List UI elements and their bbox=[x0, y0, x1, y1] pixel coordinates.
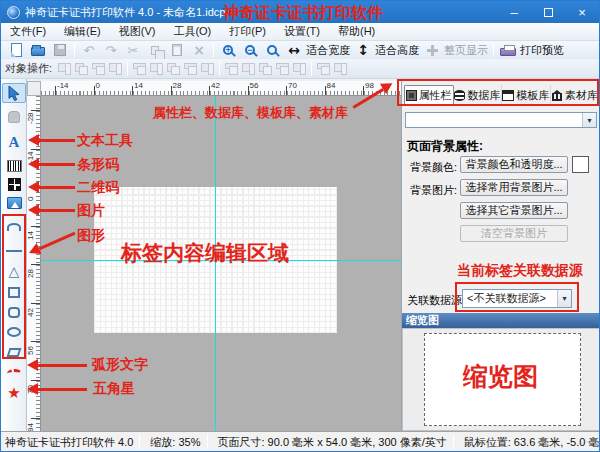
open-file-button[interactable] bbox=[27, 41, 49, 59]
menu-item-2[interactable]: 视图(V) bbox=[110, 23, 165, 40]
tab-material-library[interactable]: 素材库 bbox=[551, 85, 600, 105]
menu-item-1[interactable]: 编辑(E) bbox=[55, 23, 110, 40]
ruler-tick bbox=[248, 86, 249, 95]
fit-width-icon bbox=[285, 42, 303, 58]
line-icon bbox=[6, 250, 22, 252]
ruler-corner bbox=[27, 81, 41, 96]
rounded-rectangle-tool[interactable] bbox=[2, 302, 26, 322]
menu-item-6[interactable]: 帮助(H) bbox=[329, 23, 384, 40]
line-tool[interactable] bbox=[2, 241, 26, 261]
datasource-label: 关联数据源: bbox=[407, 293, 465, 308]
hand-icon bbox=[8, 111, 20, 123]
barcode-tool[interactable] bbox=[2, 156, 26, 176]
status-mouse-position: 鼠标位置: 63.6 毫米, -5.0 毫米 bbox=[460, 435, 600, 450]
menu-item-4[interactable]: 打印(P) bbox=[220, 23, 275, 40]
bring-to-front-icon bbox=[90, 61, 107, 76]
ellipse-tool[interactable] bbox=[2, 322, 26, 342]
bg-image-button[interactable]: 选择常用背景图片... bbox=[460, 179, 568, 196]
zoom-out-button[interactable] bbox=[239, 41, 261, 59]
object-toolbar: 对象操作: bbox=[1, 59, 599, 79]
bg-color-swatch[interactable] bbox=[572, 156, 589, 173]
arc-text-tool[interactable] bbox=[2, 363, 26, 383]
undo-button bbox=[78, 41, 100, 59]
separator bbox=[311, 62, 312, 76]
vertical-ruler: -28-140142842567084 bbox=[27, 96, 41, 431]
chevron-down-icon[interactable]: ▾ bbox=[557, 290, 571, 307]
triangle-icon: △ bbox=[9, 264, 20, 278]
full-page-button: 整页显示 bbox=[421, 41, 490, 59]
maximize-button[interactable] bbox=[531, 1, 565, 23]
ruler-tick bbox=[31, 110, 40, 111]
curve-tool[interactable] bbox=[2, 217, 26, 237]
new-file-button[interactable] bbox=[5, 41, 27, 59]
chevron-down-icon[interactable]: ▾ bbox=[582, 113, 596, 127]
title-bar: 神奇证卡证书打印软件 4.0 - 未命名1.idcp – × bbox=[1, 1, 599, 23]
group-icon bbox=[56, 61, 73, 76]
image-tool[interactable] bbox=[2, 193, 26, 213]
ruler-number: -28 bbox=[27, 112, 35, 124]
template-icon bbox=[502, 90, 514, 101]
copy-icon bbox=[151, 46, 159, 55]
datasource-combobox[interactable]: <不关联数据源> ▾ bbox=[462, 289, 572, 308]
ruler-number: 70 bbox=[288, 82, 297, 90]
tab-database[interactable]: 数据库 bbox=[454, 85, 503, 105]
ruler-tick bbox=[31, 418, 40, 419]
ruler-number: 84 bbox=[327, 82, 336, 90]
status-page-size: 页面尺寸: 90.0 毫米 x 54.0 毫米, 300 像素/英寸 bbox=[214, 435, 447, 450]
space-horizontal-icon bbox=[274, 61, 291, 76]
paste-button bbox=[166, 41, 188, 59]
tab-properties[interactable]: 属性栏 bbox=[404, 85, 454, 105]
parallelogram-tool[interactable] bbox=[2, 342, 26, 362]
fit-width-button[interactable]: 适合宽度 bbox=[283, 41, 352, 59]
ruler-tick bbox=[325, 86, 326, 95]
align-top-icon bbox=[165, 61, 182, 76]
ruler-tick bbox=[209, 86, 210, 95]
copy-button bbox=[144, 41, 166, 59]
bg-image-label: 背景图片: bbox=[410, 183, 457, 198]
thumbnail-preview[interactable] bbox=[424, 333, 581, 426]
thumbnail-header: 缩览图 bbox=[402, 313, 600, 328]
text-icon: A bbox=[9, 134, 20, 151]
fit-height-button[interactable]: 适合高度 bbox=[352, 41, 421, 59]
ruler-tick bbox=[55, 86, 56, 95]
space-vertical-icon bbox=[291, 61, 308, 76]
edit-canvas[interactable] bbox=[41, 96, 401, 431]
bg-color-button[interactable]: 背景颜色和透明度... bbox=[460, 156, 568, 173]
close-button[interactable]: × bbox=[565, 1, 599, 23]
rectangle-tool[interactable] bbox=[2, 282, 26, 302]
zoom-in-button[interactable] bbox=[217, 41, 239, 59]
same-size-icon bbox=[257, 61, 274, 76]
horizontal-ruler: -14014284256708498112 bbox=[41, 81, 401, 96]
star-tool[interactable]: ★ bbox=[2, 383, 26, 403]
zoom-lens-button[interactable] bbox=[261, 41, 283, 59]
other-bg-image-button[interactable]: 选择其它背景图片... bbox=[460, 202, 568, 219]
ruler-number: 14 bbox=[27, 231, 35, 240]
clear-bg-image-button: 清空背景图片 bbox=[460, 225, 568, 242]
ruler-number: 42 bbox=[27, 308, 35, 317]
database-icon bbox=[454, 90, 465, 101]
pan-tool bbox=[2, 107, 26, 127]
menu-item-3[interactable]: 工具(O) bbox=[164, 23, 220, 40]
ruler-number: 0 bbox=[27, 197, 35, 201]
object-select-combobox[interactable]: ▾ bbox=[405, 112, 597, 128]
ellipse-icon bbox=[7, 327, 21, 337]
zoom-in-icon bbox=[223, 45, 233, 55]
text-tool[interactable]: A bbox=[2, 132, 26, 152]
ruler-number: 14 bbox=[134, 82, 143, 90]
ruler-number: 84 bbox=[27, 423, 35, 431]
select-tool[interactable] bbox=[2, 83, 26, 103]
minimize-button[interactable]: – bbox=[497, 1, 531, 23]
triangle-tool[interactable]: △ bbox=[2, 261, 26, 281]
menu-item-0[interactable]: 文件(F) bbox=[1, 23, 55, 40]
ruler-tick bbox=[31, 341, 40, 342]
separator bbox=[127, 62, 128, 76]
thumbnail-panel bbox=[402, 328, 600, 431]
menu-item-5[interactable]: 设置(T) bbox=[275, 23, 329, 40]
qrcode-tool[interactable] bbox=[2, 174, 26, 194]
print-preview-button[interactable]: 打印预览 bbox=[497, 41, 566, 59]
ruler-tick bbox=[363, 86, 364, 95]
ruler-tick bbox=[132, 86, 133, 95]
image-icon bbox=[7, 197, 22, 209]
tab-template-library[interactable]: 模板库 bbox=[502, 85, 551, 105]
ruler-tick bbox=[286, 86, 287, 95]
